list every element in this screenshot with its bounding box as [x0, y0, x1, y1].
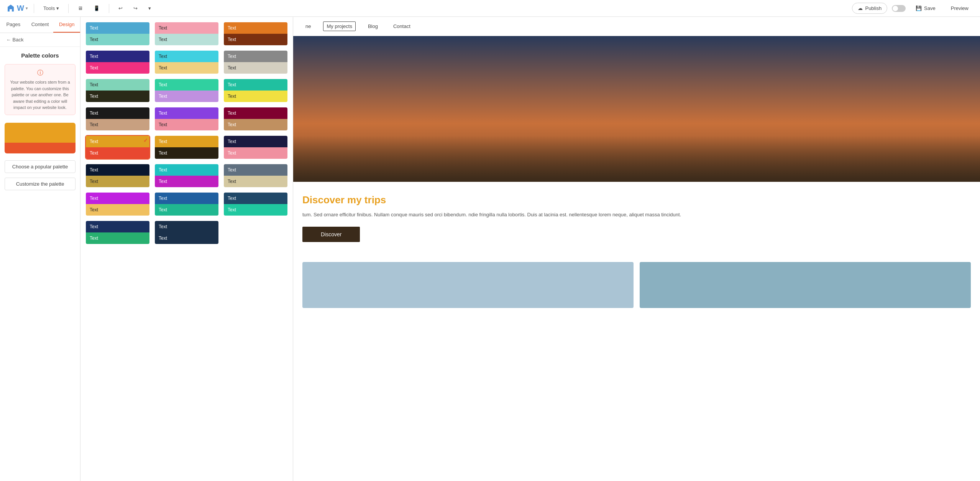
preview-btn[interactable]: Preview [946, 3, 974, 13]
current-palette-preview [5, 123, 76, 153]
swatch-top-5: Text [224, 51, 287, 62]
palette-card-15[interactable]: TextText [85, 163, 150, 188]
swatch-bottom-13: Text [155, 147, 218, 159]
palette-card-19[interactable]: TextText [154, 192, 219, 216]
swatch-bottom-20: Text [224, 204, 287, 216]
swatch-top-0: Text [86, 22, 149, 34]
palette-card-18[interactable]: TextText [85, 192, 150, 216]
swatch-top-6: Text [86, 79, 149, 91]
preview-image-1 [302, 262, 634, 308]
tab-content[interactable]: Content [27, 17, 54, 33]
palette-grid: TextTextTextTextTextTextTextTextTextText… [85, 21, 288, 245]
palette-card-6[interactable]: TextText [85, 78, 150, 103]
swatch-bottom-0: Text [86, 34, 149, 45]
palette-card-21[interactable]: TextText [85, 220, 150, 245]
palette-card-3[interactable]: TextText [85, 50, 150, 74]
swatch-top-12: Text [86, 136, 149, 147]
more-btn[interactable]: ▾ [145, 4, 154, 13]
palette-card-7[interactable]: TextText [154, 78, 219, 103]
customize-palette-btn[interactable]: Customize the palette [5, 178, 76, 190]
preview-hero-image [293, 36, 980, 182]
swatch-bottom-5: Text [224, 62, 287, 74]
swatch-top-20: Text [224, 193, 287, 204]
palette-card-5[interactable]: TextText [223, 50, 288, 74]
preview-images [293, 262, 980, 308]
swatch-bottom-3: Text [86, 62, 149, 74]
nav-home[interactable]: ne [302, 22, 314, 31]
palette-card-22[interactable]: TextText [154, 220, 219, 245]
publish-icon: ☁ [858, 5, 863, 11]
publish-toggle[interactable] [892, 5, 906, 12]
swatch-top-18: Text [86, 193, 149, 204]
palette-card-13[interactable]: TextText [154, 135, 219, 160]
redo-btn[interactable]: ↪ [130, 4, 141, 13]
swatch-top-19: Text [155, 193, 218, 204]
swatch-top-10: Text [155, 107, 218, 119]
nav-blog[interactable]: Blog [365, 22, 381, 31]
palette-card-16[interactable]: TextText [154, 163, 219, 188]
swatch-top-22: Text [155, 221, 218, 232]
swatch-bottom-10: Text [155, 119, 218, 130]
swatch-top-21: Text [86, 221, 149, 232]
palette-card-4[interactable]: TextText [154, 50, 219, 74]
tools-menu[interactable]: Tools ▾ [40, 4, 62, 13]
toolbar-right: ☁ Publish 💾 Save Preview [852, 3, 974, 14]
palette-panel: TextTextTextTextTextTextTextTextTextText… [80, 17, 293, 481]
desktop-view-btn[interactable]: 🖥 [75, 4, 86, 13]
swatch-bottom-4: Text [155, 62, 218, 74]
swatch-bottom-7: Text [155, 91, 218, 102]
swatch-bottom-2: Text [224, 34, 287, 45]
palette-card-10[interactable]: TextText [154, 107, 219, 131]
palette-card-2[interactable]: TextText [223, 21, 288, 46]
palette-card-0[interactable]: TextText [85, 21, 150, 46]
preview-frame: ne My projects Blog Contact Discover my … [293, 17, 980, 481]
palette-card-11[interactable]: TextText [223, 107, 288, 131]
choose-palette-btn[interactable]: Choose a popular palette [5, 160, 76, 173]
swatch-top-17: Text [224, 164, 287, 176]
palette-card-8[interactable]: TextText [223, 78, 288, 103]
desktop-icon: 🖥 [78, 5, 83, 11]
publish-btn[interactable]: ☁ Publish [852, 3, 887, 14]
nav-contact[interactable]: Contact [390, 22, 414, 31]
swatch-bottom-15: Text [86, 176, 149, 187]
palette-card-17[interactable]: TextText [223, 163, 288, 188]
toolbar-separator [34, 4, 34, 13]
toolbar-separator-3 [109, 4, 109, 13]
save-btn[interactable]: 💾 Save [910, 3, 941, 13]
nav-projects[interactable]: My projects [323, 21, 355, 31]
mobile-view-btn[interactable]: 📱 [90, 4, 103, 13]
main-container: Pages Content Design ← Back Palette colo… [0, 17, 980, 481]
toolbar: W ▾ Tools ▾ 🖥 📱 ↩ ↪ ▾ ☁ Publish 💾 Save P… [0, 0, 980, 17]
toolbar-separator-2 [68, 4, 69, 13]
preview-body-text: tum. Sed ornare efficitur finibus. Nulla… [302, 211, 971, 219]
discover-btn[interactable]: Discover [302, 227, 360, 242]
undo-btn[interactable]: ↩ [115, 4, 126, 13]
swatch-top-13: Text [155, 136, 218, 147]
palette-top-color [5, 123, 76, 143]
swatch-bottom-9: Text [86, 119, 149, 130]
swatch-top-9: Text [86, 107, 149, 119]
swatch-top-2: Text [224, 22, 287, 34]
swatch-top-16: Text [155, 164, 218, 176]
back-btn[interactable]: ← Back [0, 33, 80, 47]
preview-heading: Discover my trips [302, 194, 971, 206]
mobile-icon: 📱 [94, 5, 100, 11]
swatch-bottom-14: Text [224, 147, 287, 159]
swatch-bottom-17: Text [224, 176, 287, 187]
preview-nav: ne My projects Blog Contact [293, 17, 980, 36]
swatch-bottom-19: Text [155, 204, 218, 216]
tab-design[interactable]: Design [53, 17, 80, 33]
swatch-bottom-6: Text [86, 91, 149, 102]
swatch-top-8: Text [224, 79, 287, 91]
swatch-top-11: Text [224, 107, 287, 119]
palette-card-1[interactable]: TextText [154, 21, 219, 46]
swatch-bottom-8: Text [224, 91, 287, 102]
palette-card-20[interactable]: TextText [223, 192, 288, 216]
swatch-bottom-21: Text [86, 232, 149, 244]
tab-pages[interactable]: Pages [0, 17, 27, 33]
palette-card-9[interactable]: TextText [85, 107, 150, 131]
palette-card-12[interactable]: ✓TextText [85, 135, 150, 160]
more-icon: ▾ [148, 5, 151, 11]
logo-chevron[interactable]: ▾ [26, 6, 28, 10]
palette-card-14[interactable]: TextText [223, 135, 288, 160]
